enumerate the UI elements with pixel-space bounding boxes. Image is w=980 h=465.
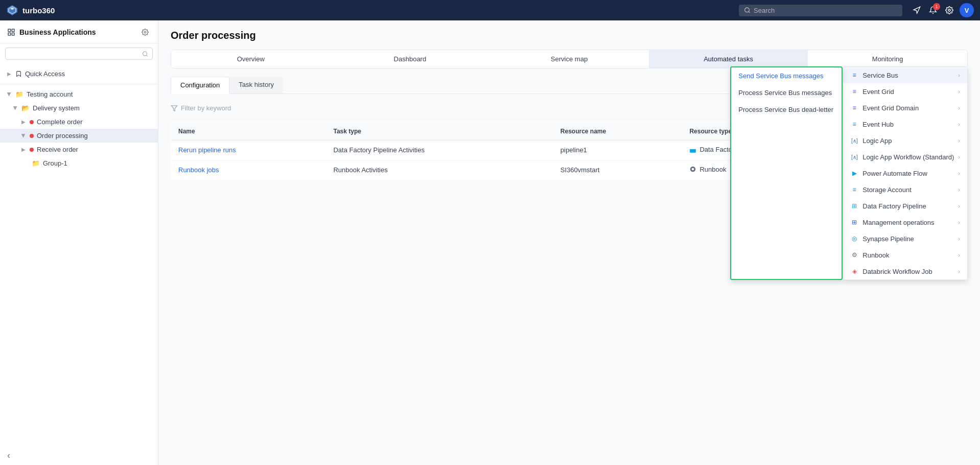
main-content: Order processing Overview Dashboard Serv… — [158, 20, 980, 465]
dropdown-item-logic-app[interactable]: [∧] Logic App › — [843, 132, 967, 149]
storage-account-icon: ≡ — [850, 185, 858, 194]
notifications-megaphone-button[interactable] — [911, 4, 923, 16]
service-bus-submenu: Send Service Bus messages Process Servic… — [730, 66, 843, 280]
chevron-right-icon-3: ▶ — [21, 119, 26, 125]
tab-dashboard[interactable]: Dashboard — [331, 50, 490, 68]
sidebar-section-quick-access: ▶ Quick Access — [0, 64, 158, 84]
data-factory-icon: ⊞ — [850, 202, 858, 210]
folder-icon: 📁 — [15, 90, 24, 98]
sidebar-item-quick-access[interactable]: ▶ Quick Access — [0, 67, 158, 81]
filter-label: Filter by keyword — [181, 104, 231, 112]
svg-point-9 — [143, 51, 147, 55]
data-factory-label: Data Factory Pipeline — [862, 202, 926, 210]
chevron-right-icon-11: › — [958, 236, 960, 242]
app-logo[interactable]: turbo360 — [6, 4, 55, 16]
col-header-name: Name — [171, 123, 326, 141]
svg-point-2 — [745, 8, 750, 12]
sidebar-collapse-button[interactable]: ‹ — [0, 446, 158, 465]
sidebar-item-complete-order[interactable]: ▶ Complete order — [0, 115, 158, 129]
event-hub-label: Event Hub — [862, 121, 894, 128]
sidebar-settings-button[interactable] — [139, 27, 151, 38]
megaphone-icon — [913, 6, 921, 14]
dropdown-item-storage-account[interactable]: ≡ Storage Account › — [843, 181, 967, 198]
sidebar-tree: ▶ 📁 Testing account ▶ 📂 Delivery system … — [0, 84, 158, 173]
logic-app-label: Logic App — [862, 137, 892, 145]
row1-resource-name: pipeline1 — [553, 141, 683, 160]
chevron-right-icon: ▶ — [7, 71, 11, 77]
row1-task-type: Data Factory Pipeline Activities — [326, 141, 553, 160]
dropdown-item-logic-app-workflow[interactable]: [∧] Logic App Workflow (Standard) › — [843, 149, 967, 165]
dropdown-container: Send Service Bus messages Process Servic… — [730, 66, 968, 280]
tab-overview[interactable]: Overview — [171, 50, 331, 68]
dropdown-item-event-hub[interactable]: ≡ Event Hub › — [843, 116, 967, 132]
tab-monitoring[interactable]: Monitoring — [808, 50, 967, 68]
sidebar-title: Business Applications — [7, 28, 96, 36]
sidebar-search-input[interactable] — [10, 50, 139, 57]
main-layout: Business Applications ▶ Quick Access — [0, 20, 980, 465]
row2-task-type: Runbook Activities — [326, 160, 553, 180]
svg-marker-10 — [171, 105, 177, 111]
event-grid-domain-label: Event Grid Domain — [862, 104, 919, 112]
row2-name[interactable]: Runbook jobs — [171, 160, 326, 180]
tab-service-map[interactable]: Service map — [489, 50, 649, 68]
settings-button[interactable] — [943, 4, 955, 16]
sub-tab-task-history[interactable]: Task history — [229, 77, 283, 94]
dropdown-item-event-grid-domain[interactable]: ≡ Event Grid Domain › — [843, 100, 967, 116]
alerts-button[interactable]: 1 — [927, 4, 939, 16]
topbar: turbo360 1 V — [0, 0, 980, 20]
dropdown-item-databrick[interactable]: ◈ Databrick Workflow Job › — [843, 263, 967, 280]
sidebar-item-receive-order[interactable]: ▶ Receive order — [0, 143, 158, 156]
dropdown-item-runbook[interactable]: ⚙ Runbook › — [843, 247, 967, 263]
power-automate-label: Power Automate Flow — [862, 170, 927, 177]
folder-open-icon: 📂 — [21, 104, 30, 112]
service-bus-label: Service Bus — [862, 72, 898, 79]
sidebar-item-delivery-system[interactable]: ▶ 📂 Delivery system — [0, 101, 158, 115]
settings-icon — [142, 29, 149, 36]
dropdown-item-power-automate[interactable]: ▶ Power Automate Flow › — [843, 165, 967, 181]
dropdown-item-data-factory[interactable]: ⊞ Data Factory Pipeline › — [843, 198, 967, 214]
chevron-right-icon-3: › — [958, 105, 960, 111]
logic-app-workflow-icon: [∧] — [850, 153, 858, 161]
submenu-item-process-service-bus[interactable]: Process Service Bus messages — [731, 84, 842, 101]
chevron-right-icon-10: › — [958, 219, 960, 225]
search-input[interactable] — [754, 7, 897, 14]
tab-automated-tasks[interactable]: Automated tasks — [649, 50, 808, 68]
filter-icon — [171, 105, 178, 112]
chevron-right-icon: › — [958, 72, 960, 78]
sub-tab-configuration[interactable]: Configuration — [171, 77, 229, 94]
sidebar-item-group1[interactable]: 📁 Group-1 — [0, 156, 158, 170]
submenu-item-send-service-bus[interactable]: Send Service Bus messages — [731, 67, 842, 84]
sidebar-item-order-processing[interactable]: ▶ Order processing — [0, 129, 158, 143]
dropdown-item-synapse[interactable]: ◎ Synapse Pipeline › — [843, 230, 967, 247]
bookmark-icon — [15, 71, 22, 77]
management-ops-icon: ⊞ — [850, 218, 858, 226]
dropdown-item-management-ops[interactable]: ⊞ Management operations › — [843, 214, 967, 230]
sidebar-search-bar[interactable] — [5, 48, 153, 60]
filter-bar[interactable]: Filter by keyword — [171, 104, 231, 112]
col-header-task-type: Task type — [326, 123, 553, 141]
service-bus-icon: ≡ — [850, 71, 858, 79]
power-automate-icon: ▶ — [850, 169, 858, 177]
topbar-actions: 1 V — [911, 3, 974, 17]
factory-icon — [689, 146, 696, 153]
databrick-icon: ◈ — [850, 267, 858, 275]
runbook-label: Runbook — [862, 251, 889, 259]
storage-account-label: Storage Account — [862, 186, 911, 194]
dropdown-item-service-bus[interactable]: ≡ Service Bus › — [843, 67, 967, 83]
folder-icon-2: 📁 — [32, 159, 40, 167]
status-dot-2 — [30, 134, 34, 138]
runbook-icon — [689, 166, 696, 173]
svg-rect-11 — [690, 149, 696, 152]
submenu-item-process-dead-letter[interactable]: Process Service Bus dead-letter — [731, 101, 842, 118]
sidebar-title-text: Business Applications — [19, 28, 96, 36]
search-bar[interactable] — [739, 5, 902, 16]
sidebar: Business Applications ▶ Quick Access — [0, 20, 158, 465]
dropdown-item-event-grid[interactable]: ≡ Event Grid › — [843, 83, 967, 100]
sidebar-item-testing-account[interactable]: ▶ 📁 Testing account — [0, 87, 158, 101]
gear-icon — [945, 6, 953, 14]
row1-name[interactable]: Rerun pipeline runs — [171, 141, 326, 160]
sidebar-search-icon — [142, 51, 148, 57]
chevron-right-icon-2: › — [958, 88, 960, 95]
chevron-right-icon-5: › — [958, 137, 960, 144]
user-avatar-button[interactable]: V — [960, 3, 974, 17]
